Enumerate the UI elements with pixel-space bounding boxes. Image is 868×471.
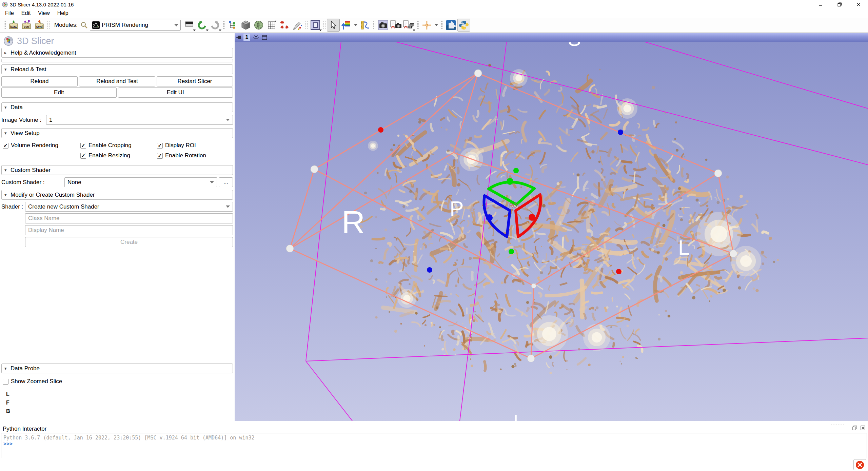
checkbox-label: Enable Resizing [88,152,130,159]
reload-button[interactable]: Reload [1,76,78,86]
scene-view-capture-button[interactable] [390,19,402,32]
load-data-folder-icon: DATA [8,20,19,31]
restart-slicer-button[interactable]: Restart Slicer [157,76,233,86]
python-interactor-panel: Python Interactor Python 3.6.7 (default,… [0,424,868,458]
custom-shader-selector[interactable]: None [64,177,217,187]
checkbox-checked-icon: ✓ [80,143,86,149]
section-view-setup[interactable]: ▾ View Setup [1,128,233,138]
undo-button[interactable] [196,19,209,32]
toolbar-grip[interactable] [305,21,308,30]
dicom-button[interactable]: DCM [20,19,33,32]
checkbox-enable-rotation[interactable]: ✓ Enable Rotation [157,152,206,159]
window-level-button[interactable] [183,19,196,32]
menu-view[interactable]: View [34,9,53,17]
section-label: Modify or Create Custom Shader [11,192,95,198]
section-data[interactable]: ▾ Data [1,102,233,112]
edit-button[interactable]: Edit [1,87,117,98]
checkbox-display-roi[interactable]: ✓ Display ROI [157,142,196,149]
close-panel-icon[interactable] [861,426,865,430]
green-mesh-sphere-icon [254,20,264,30]
section-reload-test[interactable]: ▾ Reload & Test [1,64,233,74]
maximize-view-icon[interactable] [262,35,267,40]
probe-line-l: L [6,391,233,398]
module-search-icon[interactable] [80,21,88,29]
chevron-down-icon[interactable] [435,24,438,26]
pin-icon[interactable] [236,35,241,40]
dicom-folder-icon: DCM [21,20,32,31]
probe-line-b: B [6,408,233,415]
expanded-arrow-icon: ▾ [4,67,11,72]
reload-and-test-button[interactable]: Reload and Test [79,76,155,86]
load-data-button[interactable]: DATA [7,19,20,32]
chevron-down-icon[interactable] [354,24,357,26]
python-prompt: >>> [3,441,865,447]
transforms-button[interactable] [265,19,278,32]
python-console-button[interactable] [457,19,470,32]
threed-canvas[interactable]: ROI R P L S I [235,42,868,421]
orientation-label-r: R [342,204,365,240]
crosshair-button[interactable] [420,19,433,32]
toolbar-grip[interactable] [441,21,443,30]
shader-selector[interactable]: Create new Custom Shader [25,202,233,212]
layout-selector-button[interactable] [309,19,322,32]
save-button[interactable]: SAVE [33,19,46,32]
custom-shader-more-button[interactable]: ... [219,177,233,187]
checkbox-enable-resizing[interactable]: ✓ Enable Resizing [80,152,157,159]
screenshot-button[interactable] [377,19,390,32]
panel-grip[interactable] [831,424,844,426]
toolbar-grip[interactable] [223,21,225,30]
measurements-button[interactable] [359,19,372,32]
svg-text:DATA: DATA [11,26,17,28]
hierarchy-icon [228,20,238,30]
section-label: View Setup [11,130,40,137]
python-banner: Python 3.6.7 (default, Jan 16 2022, 23:2… [3,435,865,441]
3d-scene[interactable]: ROI R P L S I [235,42,868,421]
section-data-probe[interactable]: ▾ Data Probe [1,364,233,373]
python-console[interactable]: Python 3.6.7 (default, Jan 16 2022, 23:2… [1,433,867,458]
scene-camera-stack-icon [403,20,415,30]
chevron-down-icon [226,119,230,121]
display-name-input[interactable] [25,225,233,235]
restore-button[interactable] [830,0,849,9]
create-shader-button[interactable]: Create [25,237,233,247]
section-help-acknowledgement[interactable]: ▸ Help & Acknowledgement [1,48,233,58]
python-interactor-title: Python Interactor [3,426,46,432]
undo-icon [197,20,207,30]
minimize-button[interactable] [811,0,830,9]
mouse-interaction-button[interactable] [327,19,340,32]
extensions-manager-button[interactable] [445,19,457,32]
show-zoomed-slice-row: Show Zoomed Slice [1,378,233,385]
volume-rendering-button[interactable] [239,19,252,32]
checkbox-enable-cropping[interactable]: ✓ Enable Cropping [80,142,157,149]
toolbar-grip[interactable] [47,21,50,30]
close-button[interactable] [849,0,868,9]
models-button[interactable] [252,19,265,32]
toolbar-grip[interactable] [3,21,6,30]
menu-file[interactable]: File [1,9,18,17]
image-volume-selector[interactable]: 1 [46,115,233,125]
checkbox-volume-rendering[interactable]: ✓ Volume Rendering [3,142,80,149]
place-markup-button[interactable] [340,19,353,32]
checkbox-show-zoomed-slice[interactable]: Show Zoomed Slice [3,378,62,385]
toolbar-grip[interactable] [373,21,375,30]
scene-view-restore-button[interactable] [402,19,415,32]
error-log-button[interactable] [853,459,866,470]
toolbar-grip[interactable] [417,21,419,30]
module-selector[interactable]: PRISM Rendering [90,20,181,31]
view-controller-icon[interactable] [253,34,259,40]
undock-panel-icon[interactable] [852,426,857,430]
subject-hierarchy-button[interactable] [226,19,239,32]
image-volume-row: Image Volume : 1 [1,115,233,125]
menu-help[interactable]: Help [54,9,72,17]
section-modify-create-shader[interactable]: ▾ Modify or Create Custom Shader [1,190,233,200]
section-label: Help & Acknowledgement [11,50,76,56]
menu-edit[interactable]: Edit [18,9,35,17]
section-custom-shader[interactable]: ▾ Custom Shader [1,165,233,175]
annotations-button[interactable] [291,19,304,32]
redo-icon [210,20,220,30]
toolbar-grip[interactable] [323,21,326,30]
markups-fiducial-button[interactable] [278,19,291,32]
edit-ui-button[interactable]: Edit UI [118,87,233,98]
redo-button[interactable] [209,19,221,32]
class-name-input[interactable] [25,213,233,223]
